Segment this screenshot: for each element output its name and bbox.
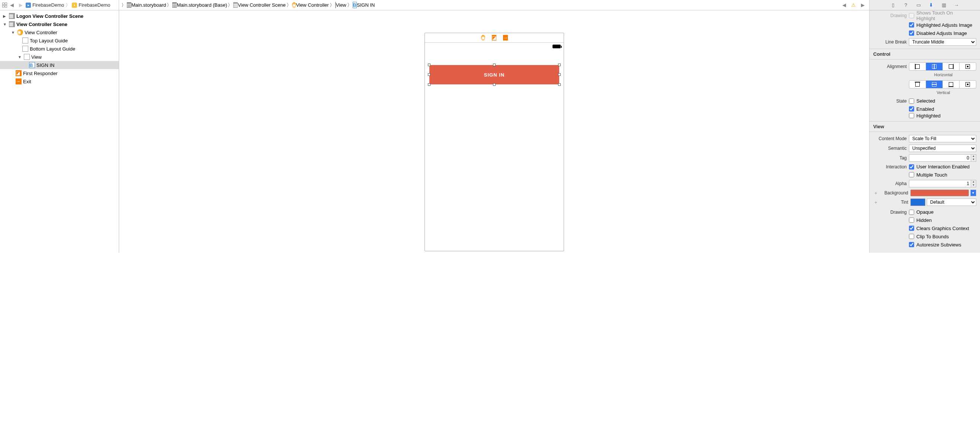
identity-inspector-tab[interactable]: ▭ <box>915 2 922 8</box>
breadcrumb-storyboard[interactable]: ▤Main.storyboard <box>127 2 166 8</box>
disclosure-icon[interactable]: ▼ <box>18 55 22 59</box>
opaque-label: Opaque <box>916 209 934 215</box>
nav-back-icon[interactable]: ◀ <box>8 2 16 8</box>
status-bar <box>425 43 564 50</box>
history-forward-icon[interactable]: ▶ <box>859 2 867 8</box>
outline-bottom-guide[interactable]: Bottom Layout Guide <box>0 44 119 53</box>
semantic-select[interactable]: Unspecified <box>909 144 976 152</box>
nav-forward-icon[interactable]: ▶ <box>17 2 25 8</box>
clip-bounds-checkbox[interactable] <box>909 234 914 239</box>
resize-handle[interactable] <box>428 73 431 76</box>
attributes-inspector-tab[interactable]: ⬇ <box>928 2 935 8</box>
opaque-checkbox[interactable] <box>909 210 914 215</box>
disclosure-icon[interactable]: ▼ <box>3 22 8 26</box>
history-back-icon[interactable]: ◀ <box>840 2 848 8</box>
colorwell-dropdown-icon[interactable]: ▾ <box>970 190 976 196</box>
resize-handle[interactable] <box>558 73 561 76</box>
canvas[interactable]: ◉ ◪ → SIGN IN <box>119 10 869 253</box>
breadcrumb-signin[interactable]: BSIGN IN <box>353 2 375 8</box>
signin-button[interactable]: SIGN IN <box>430 65 559 84</box>
align-bottom[interactable] <box>943 81 959 88</box>
interaction-label: Interaction <box>873 164 907 170</box>
drawing-label-cut: Drawing <box>873 13 907 18</box>
exit-dock-icon[interactable]: → <box>503 35 508 41</box>
user-interaction-checkbox[interactable] <box>909 164 914 170</box>
outline-viewcontroller[interactable]: ▼ ◉ View Controller <box>0 28 119 36</box>
resize-handle[interactable] <box>428 63 431 66</box>
align-fill-v[interactable] <box>959 81 976 88</box>
state-selected-checkbox[interactable] <box>909 98 914 104</box>
outline-signin-button[interactable]: B SIGN IN <box>0 61 119 69</box>
breadcrumb-folder[interactable]: ▪FirebaseDemo <box>72 2 110 8</box>
autoresize-checkbox[interactable] <box>909 242 914 247</box>
outline-label: Top Layout Guide <box>30 38 68 43</box>
tag-input[interactable] <box>909 154 971 162</box>
scene-icon: ▦ <box>9 13 15 19</box>
breadcrumb-storyboard-base[interactable]: ▤Main.storyboard (Base) <box>172 2 227 8</box>
add-background-icon[interactable]: + <box>873 190 878 196</box>
align-center-v[interactable] <box>926 81 943 88</box>
resize-handle[interactable] <box>493 83 496 86</box>
disabled-adjusts-checkbox[interactable] <box>909 30 914 36</box>
horizontal-alignment-control[interactable] <box>909 62 976 71</box>
outline-scene-logon[interactable]: ▶ ▦ Logon View Controller Scene <box>0 12 119 20</box>
outline-exit[interactable]: → Exit <box>0 77 119 86</box>
outline-top-guide[interactable]: Top Layout Guide <box>0 36 119 44</box>
state-highlighted-checkbox[interactable] <box>909 113 914 118</box>
tint-color-swatch[interactable] <box>910 198 925 206</box>
breadcrumb-scene[interactable]: ▦View Controller Scene <box>233 2 285 8</box>
size-inspector-tab[interactable]: ▥ <box>940 2 947 8</box>
root-view[interactable]: SIGN IN <box>425 50 564 251</box>
resize-handle[interactable] <box>493 63 496 66</box>
tag-stepper[interactable]: ▲▼ <box>971 154 976 162</box>
breadcrumb-view[interactable]: View <box>335 2 346 8</box>
align-center-h[interactable] <box>926 63 943 70</box>
disclosure-icon[interactable]: ▼ <box>11 30 16 35</box>
chevron-icon: 〉 <box>347 2 352 8</box>
button-icon: B <box>29 62 35 68</box>
hidden-label: Hidden <box>916 217 932 223</box>
multiple-touch-checkbox[interactable] <box>909 172 914 177</box>
related-items-icon[interactable] <box>2 3 7 8</box>
align-fill-h[interactable] <box>959 63 976 70</box>
shows-touch-label: Shows Touch On Highlight <box>916 10 972 21</box>
vertical-alignment-control[interactable] <box>909 80 976 89</box>
state-enabled-checkbox[interactable] <box>909 106 914 111</box>
align-left[interactable] <box>909 63 926 70</box>
linebreak-select[interactable]: Truncate Middle <box>909 38 976 46</box>
attributes-inspector: Drawing Shows Touch On Highlight Highlig… <box>870 10 980 253</box>
state-enabled-label: Enabled <box>916 106 934 112</box>
inspector-tabs: ▯ ? ▭ ⬇ ▥ → <box>870 0 980 10</box>
align-top[interactable] <box>909 81 926 88</box>
disclosure-icon[interactable]: ▶ <box>3 14 8 18</box>
contentmode-select[interactable]: Scale To Fill <box>909 135 976 143</box>
outline-view[interactable]: ▼ View <box>0 53 119 61</box>
clears-context-checkbox[interactable] <box>909 226 914 231</box>
outline-scene-vc[interactable]: ▼ ▦ View Controller Scene <box>0 20 119 28</box>
connections-inspector-tab[interactable]: → <box>953 2 960 8</box>
alpha-stepper[interactable]: ▲▼ <box>971 180 976 187</box>
alpha-input[interactable] <box>909 180 971 187</box>
file-inspector-tab[interactable]: ▯ <box>890 2 897 8</box>
shows-touch-checkbox[interactable] <box>909 13 914 18</box>
tint-select[interactable]: Default <box>927 198 976 206</box>
hidden-checkbox[interactable] <box>909 217 914 223</box>
outline-first-responder[interactable]: ◪ First Responder <box>0 69 119 77</box>
resize-handle[interactable] <box>428 83 431 86</box>
add-tint-icon[interactable]: + <box>873 200 878 205</box>
first-responder-dock-icon[interactable]: ◪ <box>492 35 496 41</box>
resize-handle[interactable] <box>558 63 561 66</box>
align-right[interactable] <box>943 63 959 70</box>
tag-label: Tag <box>873 155 907 161</box>
breadcrumb-vc[interactable]: ◉View Controller <box>292 2 329 8</box>
state-selected-label: Selected <box>916 98 935 104</box>
breadcrumb-project[interactable]: ▸FirebaseDemo <box>25 2 64 8</box>
background-color-swatch[interactable] <box>910 190 969 196</box>
viewcontroller-dock-icon[interactable]: ◉ <box>481 35 485 41</box>
first-responder-icon: ◪ <box>16 70 22 76</box>
warning-icon[interactable]: ⚠ <box>851 2 856 8</box>
highlighted-adjusts-checkbox[interactable] <box>909 22 914 27</box>
quick-help-tab[interactable]: ? <box>903 2 909 8</box>
resize-handle[interactable] <box>558 83 561 86</box>
clip-bounds-label: Clip To Bounds <box>916 234 949 239</box>
